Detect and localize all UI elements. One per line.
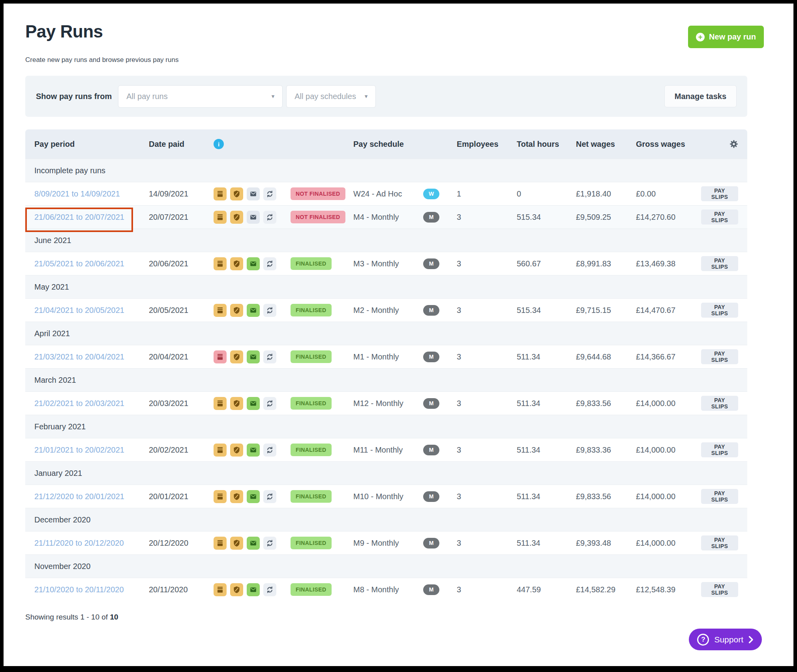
payslips-button[interactable]: PAY SLIPS xyxy=(701,582,738,597)
payslips-button[interactable]: PAY SLIPS xyxy=(701,349,738,364)
pay-period-link[interactable]: 8/09/2021 to 14/09/2021 xyxy=(34,189,120,198)
filter-label: Show pay runs from xyxy=(36,92,112,101)
pay-period-link[interactable]: 21/02/2021 to 20/03/2021 xyxy=(34,399,124,408)
pay-run-row: 21/06/2021 to 20/07/202120/07/2021NOT FI… xyxy=(25,205,747,228)
journal-icon[interactable] xyxy=(214,187,227,200)
pay-schedules-select[interactable]: All pay schedules ▾ xyxy=(286,85,376,108)
pay-period-link[interactable]: 21/04/2021 to 20/05/2021 xyxy=(34,306,124,314)
journal-icon[interactable] xyxy=(214,211,227,224)
payslips-button[interactable]: PAY SLIPS xyxy=(701,489,738,504)
envelope-icon[interactable] xyxy=(247,490,260,503)
pay-period-link[interactable]: 21/01/2021 to 20/02/2021 xyxy=(34,446,124,454)
envelope-icon[interactable] xyxy=(247,537,260,550)
journal-icon[interactable] xyxy=(214,304,227,317)
employees-count: 3 xyxy=(457,399,517,408)
refresh-icon[interactable] xyxy=(263,444,276,457)
schedule-frequency-badge: M xyxy=(423,305,439,316)
payslips-button[interactable]: PAY SLIPS xyxy=(701,256,738,271)
envelope-icon[interactable] xyxy=(247,211,260,224)
refresh-icon[interactable] xyxy=(263,583,276,596)
status-icons xyxy=(214,211,291,224)
envelope-icon[interactable] xyxy=(247,304,260,317)
envelope-icon[interactable] xyxy=(247,583,260,596)
status-badge: FINALISED xyxy=(291,490,332,503)
journal-icon[interactable] xyxy=(214,350,227,363)
pay-period-link[interactable]: 21/11/2020 to 20/12/2020 xyxy=(34,539,124,547)
page-title: Pay Runs xyxy=(25,22,103,41)
new-pay-run-button[interactable]: + New pay run xyxy=(688,26,764,48)
total-hours: 511.34 xyxy=(517,399,576,408)
status-icons xyxy=(214,350,291,363)
pay-run-row: 21/01/2021 to 20/02/202120/02/2021FINALI… xyxy=(25,438,747,461)
shield-icon[interactable] xyxy=(230,187,243,200)
shield-icon[interactable] xyxy=(230,537,243,550)
manage-tasks-button[interactable]: Manage tasks xyxy=(664,85,737,107)
pay-period-link[interactable]: 21/06/2021 to 20/07/2021 xyxy=(34,213,124,221)
status-icons xyxy=(214,490,291,503)
schedule-frequency-badge: M xyxy=(423,538,439,548)
employees-count: 3 xyxy=(457,352,517,361)
journal-icon[interactable] xyxy=(214,490,227,503)
status-badge: FINALISED xyxy=(291,257,332,270)
schedule-frequency-badge: M xyxy=(423,491,439,502)
refresh-icon[interactable] xyxy=(263,257,276,270)
shield-icon[interactable] xyxy=(230,444,243,457)
pay-schedule: M3 - Monthly xyxy=(353,259,423,268)
section-header: Incomplete pay runs xyxy=(25,159,747,182)
refresh-icon[interactable] xyxy=(263,537,276,550)
envelope-icon[interactable] xyxy=(247,187,260,200)
refresh-icon[interactable] xyxy=(263,397,276,410)
pay-period-link[interactable]: 21/12/2020 to 20/01/2021 xyxy=(34,492,124,501)
total-hours: 447.59 xyxy=(517,585,576,594)
shield-icon[interactable] xyxy=(230,211,243,224)
total-hours: 0 xyxy=(517,189,576,198)
journal-icon[interactable] xyxy=(214,257,227,270)
shield-icon[interactable] xyxy=(230,257,243,270)
journal-icon[interactable] xyxy=(214,397,227,410)
pay-period-link[interactable]: 21/10/2020 to 20/11/2020 xyxy=(34,585,124,594)
payslips-button[interactable]: PAY SLIPS xyxy=(701,442,738,457)
status-badge: FINALISED xyxy=(291,304,332,316)
payslips-button[interactable]: PAY SLIPS xyxy=(701,396,738,411)
refresh-icon[interactable] xyxy=(263,211,276,224)
support-button[interactable]: ? Support xyxy=(689,629,762,650)
shield-icon[interactable] xyxy=(230,304,243,317)
refresh-icon[interactable] xyxy=(263,350,276,363)
shield-icon[interactable] xyxy=(230,397,243,410)
envelope-icon[interactable] xyxy=(247,257,260,270)
employees-count: 3 xyxy=(457,585,517,594)
payslips-button[interactable]: PAY SLIPS xyxy=(701,535,738,550)
journal-icon[interactable] xyxy=(214,444,227,457)
journal-icon[interactable] xyxy=(214,537,227,550)
refresh-icon[interactable] xyxy=(263,490,276,503)
col-pay-period: Pay period xyxy=(34,140,149,149)
pay-period-link[interactable]: 21/05/2021 to 20/06/2021 xyxy=(34,259,124,268)
envelope-icon[interactable] xyxy=(247,397,260,410)
pay-run-row: 21/10/2020 to 20/11/202020/11/2020FINALI… xyxy=(25,578,747,601)
gross-wages: £14,000.00 xyxy=(636,399,701,408)
payslips-button[interactable]: PAY SLIPS xyxy=(701,210,738,225)
envelope-icon[interactable] xyxy=(247,350,260,363)
pay-runs-select[interactable]: All pay runs ▾ xyxy=(118,85,283,108)
date-paid: 20/06/2021 xyxy=(149,259,214,268)
shield-icon[interactable] xyxy=(230,583,243,596)
schedule-frequency-badge: M xyxy=(423,445,439,455)
refresh-icon[interactable] xyxy=(263,187,276,200)
info-icon[interactable]: i xyxy=(214,139,224,149)
pay-run-row: 21/02/2021 to 20/03/202120/03/2021FINALI… xyxy=(25,391,747,415)
net-wages: £9,833.36 xyxy=(576,446,636,455)
net-wages: £9,715.15 xyxy=(576,306,636,315)
refresh-icon[interactable] xyxy=(263,304,276,317)
table-header: Pay period Date paid i Pay schedule Empl… xyxy=(25,129,747,159)
pay-runs-table: Pay period Date paid i Pay schedule Empl… xyxy=(25,129,747,601)
total-hours: 515.34 xyxy=(517,213,576,222)
shield-icon[interactable] xyxy=(230,350,243,363)
payslips-button[interactable]: PAY SLIPS xyxy=(701,186,738,201)
gear-icon[interactable] xyxy=(729,140,738,148)
shield-icon[interactable] xyxy=(230,490,243,503)
page-subtitle: Create new pay runs and browse previous … xyxy=(25,56,772,64)
envelope-icon[interactable] xyxy=(247,444,260,457)
journal-icon[interactable] xyxy=(214,583,227,596)
payslips-button[interactable]: PAY SLIPS xyxy=(701,303,738,318)
pay-period-link[interactable]: 21/03/2021 to 20/04/2021 xyxy=(34,352,124,361)
